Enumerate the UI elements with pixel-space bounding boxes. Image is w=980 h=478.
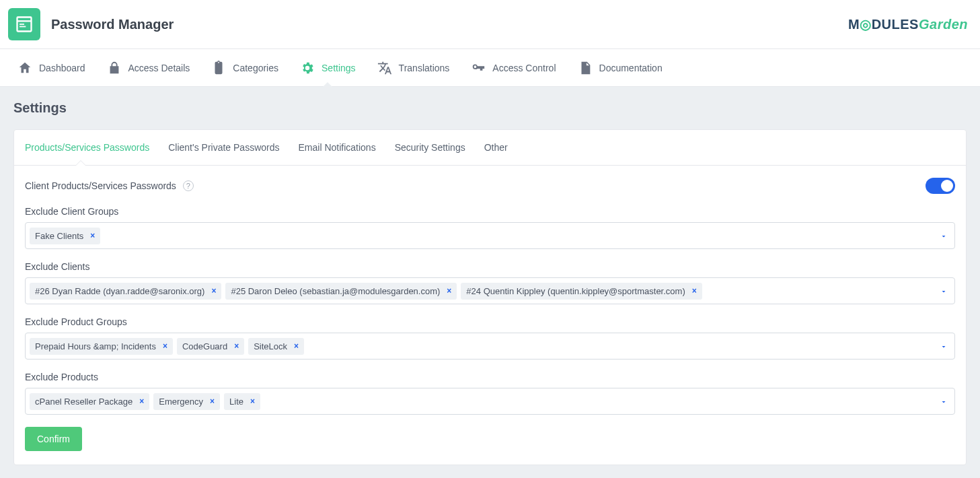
confirm-button[interactable]: Confirm bbox=[25, 427, 82, 451]
chip-label: SiteLock bbox=[254, 341, 287, 351]
exclude-products-select[interactable]: cPanel Reseller Package × Emergency × Li… bbox=[25, 388, 955, 415]
help-icon[interactable]: ? bbox=[183, 180, 194, 191]
nav-label: Dashboard bbox=[39, 63, 85, 73]
vendor-logo-rest: DULES bbox=[872, 17, 919, 32]
chip: CodeGuard × bbox=[177, 338, 244, 355]
nav-documentation[interactable]: Documentation bbox=[567, 49, 673, 87]
chip-remove-icon[interactable]: × bbox=[294, 341, 299, 351]
app-title: Password Manager bbox=[51, 17, 174, 32]
chip-label: Fake Clients bbox=[35, 231, 83, 241]
chip: SiteLock × bbox=[248, 338, 304, 355]
client-products-toggle-row: Client Products/Services Passwords ? bbox=[25, 178, 955, 194]
chip-remove-icon[interactable]: × bbox=[139, 397, 144, 406]
tab-products-services-passwords[interactable]: Products/Services Passwords bbox=[25, 130, 149, 165]
home-icon bbox=[17, 61, 32, 75]
chip-remove-icon[interactable]: × bbox=[163, 341, 167, 351]
page-title: Settings bbox=[13, 100, 967, 116]
field-label: Exclude Products bbox=[25, 372, 955, 382]
client-products-label-group: Client Products/Services Passwords ? bbox=[25, 180, 194, 191]
chip-remove-icon[interactable]: × bbox=[692, 286, 697, 296]
nav-dashboard[interactable]: Dashboard bbox=[7, 49, 96, 87]
vendor-logo-m: M bbox=[848, 17, 860, 32]
nav-label: Access Details bbox=[128, 63, 190, 73]
translate-icon bbox=[377, 61, 392, 75]
nav-categories[interactable]: Categories bbox=[200, 49, 289, 87]
gear-icon bbox=[300, 61, 315, 75]
exclude-products-field: Exclude Products cPanel Reseller Package… bbox=[25, 372, 955, 415]
field-label: Exclude Product Groups bbox=[25, 316, 955, 327]
chip-label: #26 Dyan Radde (dyan.radde@saronix.org) bbox=[35, 286, 204, 296]
lock-icon bbox=[107, 61, 122, 75]
exclude-product-groups-field: Exclude Product Groups Prepaid Hours &am… bbox=[25, 316, 955, 360]
settings-panel: Products/Services Passwords Client's Pri… bbox=[13, 129, 967, 465]
page: Settings Products/Services Passwords Cli… bbox=[0, 87, 980, 478]
chip: #26 Dyan Radde (dyan.radde@saronix.org) … bbox=[30, 283, 221, 300]
chip-remove-icon[interactable]: × bbox=[447, 286, 451, 296]
chip-label: #25 Daron Deleo (sebastian.ja@modulesgar… bbox=[231, 286, 440, 296]
exclude-clients-select[interactable]: #26 Dyan Radde (dyan.radde@saronix.org) … bbox=[25, 277, 955, 304]
settings-tabs: Products/Services Passwords Client's Pri… bbox=[14, 130, 966, 166]
chip: Lite × bbox=[224, 393, 260, 410]
nav-label: Translations bbox=[399, 63, 450, 73]
chip: Fake Clients × bbox=[30, 228, 100, 244]
chip-label: Prepaid Hours &amp; Incidents bbox=[35, 341, 156, 351]
chip-remove-icon[interactable]: × bbox=[211, 286, 216, 296]
exclude-client-groups-select[interactable]: Fake Clients × bbox=[25, 222, 955, 249]
chevron-down-icon[interactable] bbox=[940, 287, 948, 295]
chip-remove-icon[interactable]: × bbox=[210, 397, 215, 406]
chip-label: cPanel Reseller Package bbox=[35, 397, 133, 407]
chevron-down-icon[interactable] bbox=[940, 232, 948, 240]
nav-translations[interactable]: Translations bbox=[367, 49, 461, 87]
chip-label: #24 Quentin Kippley (quentin.kippley@spo… bbox=[466, 286, 685, 296]
chip-label: CodeGuard bbox=[182, 341, 227, 351]
chevron-down-icon[interactable] bbox=[940, 397, 948, 405]
exclude-product-groups-select[interactable]: Prepaid Hours &amp; Incidents × CodeGuar… bbox=[25, 333, 955, 360]
chip: #24 Quentin Kippley (quentin.kippley@spo… bbox=[461, 283, 702, 300]
tab-email-notifications[interactable]: Email Notifications bbox=[298, 130, 375, 165]
chip-remove-icon[interactable]: × bbox=[250, 397, 255, 406]
chip-label: Emergency bbox=[159, 397, 203, 407]
chip-remove-icon[interactable]: × bbox=[234, 341, 239, 351]
clipboard-icon bbox=[211, 61, 226, 75]
exclude-clients-field: Exclude Clients #26 Dyan Radde (dyan.rad… bbox=[25, 261, 955, 304]
main-nav: Dashboard Access Details Categories Sett… bbox=[0, 49, 980, 87]
client-products-toggle[interactable] bbox=[926, 178, 955, 194]
client-products-label: Client Products/Services Passwords bbox=[25, 180, 176, 191]
nav-label: Access Control bbox=[492, 63, 556, 73]
chip: #25 Daron Deleo (sebastian.ja@modulesgar… bbox=[225, 283, 457, 300]
chip: cPanel Reseller Package × bbox=[30, 393, 149, 410]
exclude-client-groups-field: Exclude Client Groups Fake Clients × bbox=[25, 206, 955, 249]
nav-access-details[interactable]: Access Details bbox=[96, 49, 201, 87]
tab-security-settings[interactable]: Security Settings bbox=[395, 130, 465, 165]
tab-clients-private-passwords[interactable]: Client's Private Passwords bbox=[168, 130, 279, 165]
tab-body: Client Products/Services Passwords ? Exc… bbox=[14, 166, 966, 465]
nav-access-control[interactable]: Access Control bbox=[460, 49, 566, 87]
document-icon bbox=[578, 61, 593, 75]
nav-label: Categories bbox=[233, 63, 278, 73]
brand: Password Manager bbox=[8, 8, 174, 40]
nav-label: Settings bbox=[322, 63, 356, 73]
field-label: Exclude Clients bbox=[25, 261, 955, 272]
chip: Emergency × bbox=[153, 393, 220, 410]
chip-remove-icon[interactable]: × bbox=[90, 231, 95, 240]
vendor-logo-accent: Garden bbox=[919, 17, 968, 32]
globe-icon: ◎ bbox=[860, 17, 872, 32]
tab-other[interactable]: Other bbox=[484, 130, 508, 165]
nav-settings[interactable]: Settings bbox=[289, 49, 367, 87]
nav-label: Documentation bbox=[599, 63, 663, 73]
field-label: Exclude Client Groups bbox=[25, 206, 955, 217]
topbar: Password Manager M◎DULESGarden bbox=[0, 0, 980, 49]
key-icon bbox=[471, 61, 486, 75]
chip-label: Lite bbox=[229, 397, 243, 407]
chevron-down-icon[interactable] bbox=[940, 342, 948, 350]
chip: Prepaid Hours &amp; Incidents × bbox=[30, 338, 173, 355]
vendor-logo: M◎DULESGarden bbox=[848, 16, 968, 32]
app-logo-icon bbox=[8, 8, 40, 40]
